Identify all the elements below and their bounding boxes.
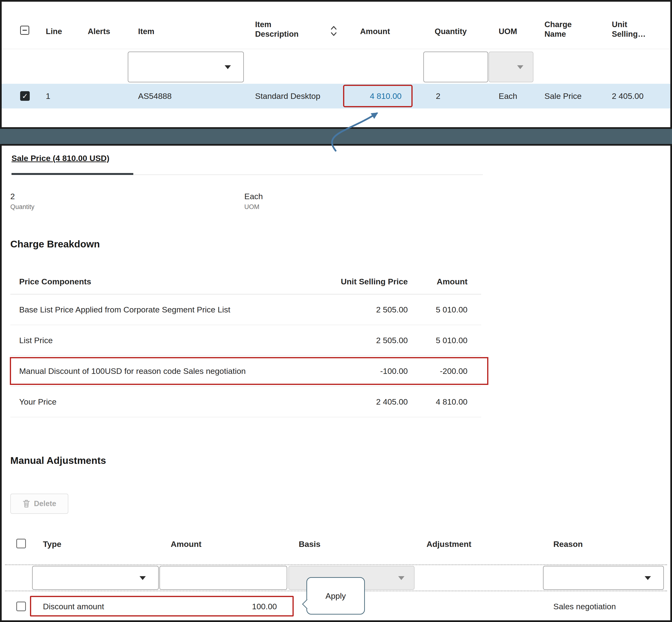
- cb-header-unit-selling-price: Unit Selling Price: [336, 277, 408, 286]
- col-header-amount: Amount: [360, 27, 390, 36]
- minus-icon: [23, 30, 27, 31]
- delete-button[interactable]: Delete: [10, 494, 68, 514]
- cell-uom: Each: [499, 84, 517, 108]
- order-line-row[interactable]: ✓ 1 AS54888 Standard Desktop 4 810.00 2 …: [2, 84, 670, 108]
- active-tab-indicator: [11, 173, 133, 175]
- adj-header-amount: Amount: [171, 539, 201, 549]
- apply-tooltip: Apply: [306, 577, 365, 615]
- uom-label: UOM: [244, 204, 259, 210]
- row-checkbox-checked[interactable]: ✓: [20, 91, 30, 101]
- trash-icon: [22, 499, 31, 508]
- adjustment-reason-select[interactable]: [543, 566, 664, 590]
- item-filter-select[interactable]: [128, 51, 244, 82]
- adj-header-basis: Basis: [299, 539, 321, 549]
- cell-item: AS54888: [138, 84, 172, 108]
- cb-row-list-price: List Price 2 505.00 5 010.00: [10, 325, 481, 356]
- cb-cell-usp: 2 505.00: [336, 305, 408, 314]
- tab-sale-price[interactable]: Sale Price (4 810.00 USD): [11, 153, 109, 163]
- quantity-label: Quantity: [10, 204, 35, 210]
- tooltip-tail: [302, 599, 312, 609]
- charge-breakdown-table: Price Components Unit Selling Price Amou…: [10, 269, 481, 417]
- header-divider: [2, 49, 670, 49]
- adj-header-reason: Reason: [553, 539, 583, 549]
- caret-down-icon: [517, 65, 523, 69]
- collapse-all-icon[interactable]: [20, 26, 29, 35]
- cb-header-component: Price Components: [19, 277, 336, 286]
- quantity-value: 2: [10, 192, 15, 200]
- section-divider-bar: [0, 129, 672, 144]
- cb-cell-amount: -200.00: [408, 367, 468, 376]
- adj-header-adjustment: Adjustment: [426, 539, 471, 549]
- adjustment-type-select[interactable]: [32, 566, 159, 590]
- cell-item-description: Standard Desktop: [255, 84, 320, 108]
- cb-row-base-list-price: Base List Price Applied from Corporate S…: [10, 295, 481, 325]
- cell-unit-selling-price: 2 405.00: [612, 84, 643, 108]
- adjustments-select-all-checkbox[interactable]: [16, 539, 26, 548]
- cb-cell-usp: -100.00: [336, 367, 408, 376]
- cb-cell-component: Manual Discount of 100USD for reason cod…: [19, 367, 336, 376]
- charge-breakdown-header-row: Price Components Unit Selling Price Amou…: [10, 269, 481, 295]
- cell-amount-link[interactable]: 4 810.00: [345, 84, 402, 108]
- col-header-uom: UOM: [499, 27, 517, 36]
- col-header-item: Item: [138, 27, 154, 36]
- col-header-line: Line: [46, 27, 62, 36]
- cb-header-amount: Amount: [408, 277, 468, 286]
- order-lines-table: Line Alerts Item Item Description Amount…: [0, 0, 672, 129]
- col-header-alerts: Alerts: [88, 27, 110, 36]
- caret-down-icon: [225, 65, 231, 69]
- cb-row-manual-discount: Manual Discount of 100USD for reason cod…: [10, 356, 481, 387]
- adj-cell-reason: Sales negotiation: [553, 594, 616, 618]
- uom-value: Each: [244, 192, 263, 200]
- cell-charge-name: Sale Price: [545, 84, 582, 108]
- col-header-charge-name: Charge Name: [545, 20, 584, 39]
- col-header-quantity: Quantity: [435, 27, 467, 36]
- cb-cell-usp: 2 505.00: [336, 336, 408, 345]
- cb-cell-component: Your Price: [19, 397, 336, 407]
- manual-adjustments-title: Manual Adjustments: [10, 456, 106, 465]
- cb-cell-usp: 2 405.00: [336, 397, 408, 407]
- cb-cell-amount: 5 010.00: [408, 336, 468, 345]
- cell-line: 1: [46, 84, 50, 108]
- apply-tooltip-label: Apply: [325, 591, 346, 601]
- adj-cell-type: Discount amount: [43, 594, 104, 618]
- cb-cell-amount: 5 010.00: [408, 305, 468, 314]
- charge-breakdown-title: Charge Breakdown: [10, 239, 100, 249]
- adj-header-type: Type: [43, 539, 61, 549]
- sort-icon[interactable]: [330, 25, 338, 37]
- adj-cell-amount: 100.00: [213, 594, 277, 618]
- caret-down-icon: [645, 576, 651, 580]
- cb-cell-amount: 4 810.00: [408, 397, 468, 407]
- adjustment-row-checkbox[interactable]: [16, 601, 26, 611]
- delete-button-label: Delete: [34, 499, 56, 508]
- cb-cell-component: Base List Price Applied from Corporate S…: [19, 305, 336, 314]
- quantity-filter-input[interactable]: [423, 51, 488, 82]
- adjustment-amount-input[interactable]: [159, 566, 287, 590]
- charge-detail-panel: Sale Price (4 810.00 USD) 2 Quantity Eac…: [0, 144, 672, 622]
- cb-cell-component: List Price: [19, 336, 336, 345]
- caret-down-icon: [140, 576, 146, 580]
- col-header-item-description: Item Description: [255, 20, 309, 39]
- cb-row-your-price: Your Price 2 405.00 4 810.00: [10, 387, 481, 417]
- caret-down-icon: [398, 576, 405, 580]
- col-header-unit-selling: Unit Selling…: [612, 20, 654, 39]
- uom-filter-select[interactable]: [489, 51, 533, 82]
- cell-quantity: 2: [436, 84, 440, 108]
